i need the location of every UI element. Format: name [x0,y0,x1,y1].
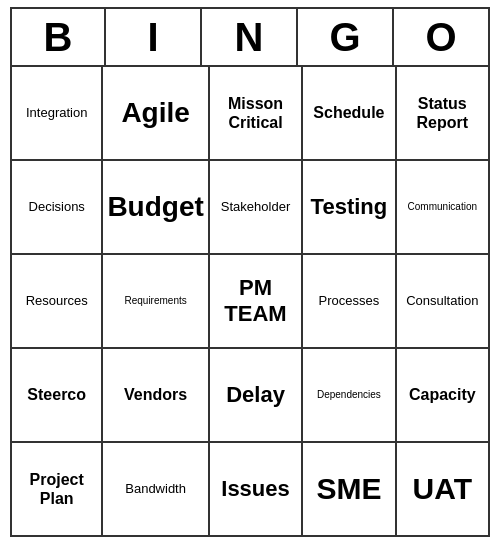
bingo-cell: Budget [103,161,209,255]
cell-text: Testing [311,194,388,220]
cell-text: PM TEAM [214,275,297,328]
bingo-cell: Processes [303,255,396,349]
cell-text: Schedule [313,103,384,122]
bingo-cell: Resources [10,255,103,349]
header-letter: G [298,7,394,67]
bingo-cell: Schedule [303,67,396,161]
bingo-cell: Bandwidth [103,443,209,537]
cell-text: UAT [413,471,472,507]
bingo-cell: Dependencies [303,349,396,443]
bingo-cell: UAT [397,443,490,537]
cell-text: Stakeholder [221,199,290,215]
cell-text: Resources [26,293,88,309]
cell-text: Processes [319,293,380,309]
bingo-header: BINGO [10,7,490,67]
cell-text: Integration [26,105,87,121]
bingo-cell: Issues [210,443,303,537]
bingo-cell: SME [303,443,396,537]
bingo-cell: Vendors [103,349,209,443]
bingo-cell: PM TEAM [210,255,303,349]
cell-text: SME [316,471,381,507]
cell-text: Budget [107,190,203,224]
bingo-grid: IntegrationAgileMisson CriticalScheduleS… [10,67,490,537]
header-letter: O [394,7,490,67]
bingo-cell: Status Report [397,67,490,161]
cell-text: Requirements [124,295,186,307]
cell-text: Bandwidth [125,481,186,497]
bingo-cell: Misson Critical [210,67,303,161]
cell-text: Communication [408,201,477,213]
cell-text: Misson Critical [214,94,297,132]
bingo-cell: Requirements [103,255,209,349]
cell-text: Decisions [29,199,85,215]
bingo-cell: Agile [103,67,209,161]
bingo-cell: Capacity [397,349,490,443]
bingo-cell: Project Plan [10,443,103,537]
cell-text: Issues [221,476,290,502]
cell-text: Project Plan [16,470,97,508]
cell-text: Steerco [27,385,86,404]
header-letter: B [10,7,106,67]
cell-text: Dependencies [317,389,381,401]
bingo-cell: Integration [10,67,103,161]
bingo-cell: Consultation [397,255,490,349]
header-letter: N [202,7,298,67]
cell-text: Delay [226,382,285,408]
bingo-cell: Decisions [10,161,103,255]
bingo-cell: Stakeholder [210,161,303,255]
header-letter: I [106,7,202,67]
bingo-cell: Steerco [10,349,103,443]
cell-text: Vendors [124,385,187,404]
bingo-cell: Testing [303,161,396,255]
cell-text: Agile [121,96,189,130]
bingo-card: BINGO IntegrationAgileMisson CriticalSch… [10,7,490,537]
bingo-cell: Communication [397,161,490,255]
cell-text: Capacity [409,385,476,404]
cell-text: Status Report [401,94,484,132]
bingo-cell: Delay [210,349,303,443]
cell-text: Consultation [406,293,478,309]
